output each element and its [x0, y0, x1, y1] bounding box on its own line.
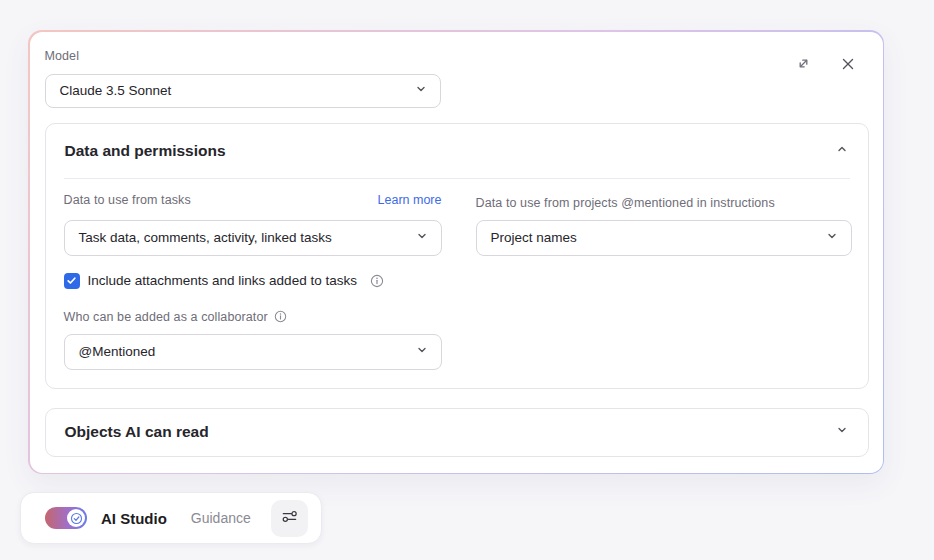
data-permissions-header[interactable]: Data and permissions: [46, 124, 868, 178]
modal-body: Model Claude 3.5 Sonnet: [30, 32, 883, 473]
collaborator-select-value: @Mentioned: [79, 344, 156, 359]
model-label: Model: [45, 49, 80, 63]
info-icon[interactable]: [370, 274, 384, 288]
ai-studio-bar: AI Studio Guidance: [20, 492, 322, 544]
chevron-down-icon: [835, 423, 849, 441]
expand-button[interactable]: [791, 53, 817, 79]
objects-ai-title: Objects AI can read: [65, 423, 209, 441]
ai-settings-modal: Model Claude 3.5 Sonnet: [28, 30, 884, 474]
collaborator-label: Who can be added as a collaborator: [64, 310, 268, 324]
projects-data-select[interactable]: Project names: [476, 220, 852, 256]
divider: [64, 178, 850, 179]
collaborator-label-row: Who can be added as a collaborator: [64, 310, 287, 324]
data-permissions-section: Data and permissions Data to use from ta…: [45, 123, 869, 389]
learn-more-link[interactable]: Learn more: [378, 193, 442, 207]
close-button[interactable]: [835, 53, 861, 79]
toggle-knob: [67, 509, 85, 527]
include-attachments-row[interactable]: Include attachments and links added to t…: [64, 272, 384, 290]
tasks-data-select[interactable]: Task data, comments, activity, linked ta…: [64, 220, 442, 256]
projects-data-label: Data to use from projects @mentioned in …: [476, 196, 775, 210]
tasks-data-select-value: Task data, comments, activity, linked ta…: [79, 230, 332, 245]
sliders-icon: [280, 507, 299, 530]
close-icon: [840, 56, 856, 76]
expand-icon: [795, 55, 812, 76]
ai-studio-toggle[interactable]: [45, 507, 87, 529]
objects-ai-section[interactable]: Objects AI can read: [45, 408, 869, 457]
model-select[interactable]: Claude 3.5 Sonnet: [45, 74, 441, 108]
tasks-label-row: Data to use from tasks Learn more: [64, 193, 442, 207]
ai-settings-button[interactable]: [271, 500, 308, 537]
projects-data-select-value: Project names: [491, 230, 577, 245]
chevron-up-icon: [835, 142, 849, 160]
chevron-down-icon: [825, 229, 839, 247]
model-select-value: Claude 3.5 Sonnet: [60, 83, 172, 98]
projects-label-row: Data to use from projects @mentioned in …: [476, 193, 775, 211]
tasks-data-label: Data to use from tasks: [64, 193, 191, 207]
attachments-checkbox[interactable]: [64, 273, 80, 289]
chevron-down-icon: [415, 229, 429, 247]
attachments-checkbox-label: Include attachments and links added to t…: [88, 273, 357, 288]
chevron-down-icon: [415, 343, 429, 361]
guidance-link[interactable]: Guidance: [191, 510, 251, 526]
ai-studio-label: AI Studio: [101, 510, 167, 527]
chevron-down-icon: [414, 82, 428, 100]
collaborator-select[interactable]: @Mentioned: [64, 334, 442, 370]
data-permissions-title: Data and permissions: [65, 142, 226, 160]
info-icon[interactable]: [274, 310, 287, 323]
